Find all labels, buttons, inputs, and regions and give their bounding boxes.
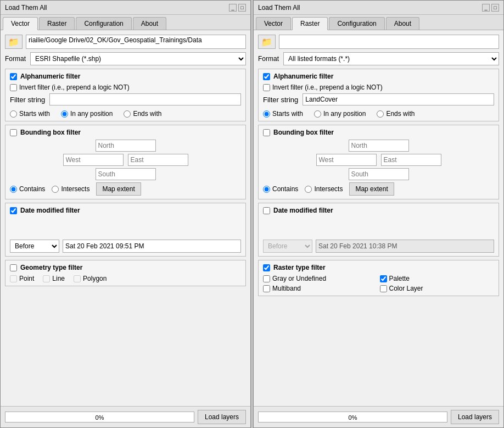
vector-invert-checkbox[interactable]	[10, 84, 17, 91]
raster-north-input[interactable]	[349, 140, 409, 152]
raster-bbox-section: Bounding box filter Contains Intersects	[258, 125, 499, 199]
vector-contains-radio[interactable]	[10, 186, 17, 193]
vector-format-select[interactable]: ESRI Shapefile (*.shp)	[30, 52, 246, 65]
raster-map-extent-button[interactable]: Map extent	[349, 182, 394, 196]
raster-folder-button[interactable]: 📁	[258, 35, 276, 49]
vector-file-path[interactable]: riailie/Google Drive/02_OK/Gov_Geospatia…	[26, 35, 246, 49]
raster-bbox-title: Bounding box filter	[273, 129, 334, 136]
raster-bbox-header: Bounding box filter	[263, 129, 494, 136]
raster-bbox-checkbox[interactable]	[263, 129, 270, 136]
vector-south-input[interactable]	[96, 168, 156, 180]
vector-point-text: Point	[19, 275, 34, 282]
raster-date-input[interactable]	[316, 240, 494, 253]
vector-position-row: Starts with In any position Ends with	[10, 110, 241, 118]
vector-tabs: Vector Raster Configuration About	[1, 15, 250, 30]
raster-content: 📁 Format All listed formats (*.*) Alphan…	[254, 30, 503, 406]
vector-geometry-checkbox[interactable]	[10, 264, 17, 271]
vector-intersects-radio[interactable]	[52, 186, 59, 193]
tab-vector[interactable]: Vector	[3, 17, 38, 30]
raster-any-position-radio[interactable]	[314, 110, 321, 118]
raster-invert-checkbox[interactable]	[263, 84, 270, 91]
vector-folder-button[interactable]: 📁	[5, 35, 23, 49]
raster-filter-string-label: Filter string	[263, 96, 298, 104]
raster-alphanumeric-checkbox[interactable]	[263, 73, 270, 80]
tab-vector-r[interactable]: Vector	[256, 17, 291, 30]
vector-ends-with-label: Ends with	[124, 110, 161, 118]
vector-line-checkbox[interactable]	[43, 275, 50, 282]
raster-date-before-select[interactable]: Before After	[263, 240, 312, 253]
vector-starts-with-radio[interactable]	[10, 110, 17, 118]
raster-title-bar: Load Them All _ □	[254, 1, 503, 15]
raster-restore-button[interactable]: □	[491, 4, 499, 12]
raster-filter-string-input[interactable]	[303, 93, 494, 105]
tab-configuration-r[interactable]: Configuration	[329, 17, 384, 30]
raster-file-path[interactable]	[279, 35, 499, 49]
tab-about-v[interactable]: About	[133, 17, 166, 30]
raster-intersects-radio[interactable]	[305, 186, 312, 193]
vector-map-extent-button[interactable]: Map extent	[96, 182, 141, 196]
raster-date-header: Date modified filter	[263, 207, 494, 214]
raster-gray-checkbox[interactable]	[263, 275, 270, 282]
vector-alphanumeric-header: Alphanumeric filter	[10, 73, 241, 80]
vector-date-input[interactable]	[63, 240, 241, 253]
tab-about-r[interactable]: About	[386, 17, 419, 30]
vector-date-checkbox[interactable]	[10, 207, 17, 214]
vector-polygon-label: Polygon	[74, 275, 107, 282]
raster-east-input[interactable]	[381, 154, 441, 166]
raster-we-row	[316, 154, 441, 166]
vector-any-position-radio[interactable]	[61, 110, 68, 118]
vector-date-title: Date modified filter	[20, 207, 80, 214]
raster-south-input[interactable]	[349, 168, 409, 180]
vector-bbox-controls: Contains Intersects Map extent	[10, 182, 241, 196]
raster-type-section: Raster type filter Gray or Undefined Pal…	[258, 260, 499, 296]
raster-load-button[interactable]: Load layers	[451, 410, 499, 424]
vector-filter-string-input[interactable]	[49, 93, 241, 105]
raster-bbox-controls: Contains Intersects Map extent	[263, 182, 494, 196]
raster-ends-with-radio[interactable]	[377, 110, 384, 118]
vector-bbox-title: Bounding box filter	[20, 129, 81, 136]
vector-any-position-label: In any position	[61, 110, 113, 118]
vector-alphanumeric-title: Alphanumeric filter	[20, 73, 80, 80]
raster-format-select[interactable]: All listed formats (*.*)	[283, 52, 499, 65]
tab-configuration-v[interactable]: Configuration	[76, 17, 131, 30]
vector-date-before-select[interactable]: Before After	[10, 240, 59, 253]
raster-bbox-inputs	[263, 140, 494, 180]
raster-west-input[interactable]	[316, 154, 377, 166]
raster-alphanumeric-section: Alphanumeric filter Invert filter (i.e.,…	[258, 69, 499, 121]
raster-date-checkbox[interactable]	[263, 207, 270, 214]
vector-restore-button[interactable]: □	[238, 4, 246, 12]
vector-file-row: 📁 riailie/Google Drive/02_OK/Gov_Geospat…	[5, 35, 246, 49]
tab-raster-v[interactable]: Raster	[39, 17, 75, 30]
vector-east-input[interactable]	[128, 154, 188, 166]
raster-progress-bar: 0%	[258, 412, 447, 423]
vector-ends-with-radio[interactable]	[124, 110, 131, 118]
raster-any-position-text: In any position	[323, 110, 366, 118]
vector-minimize-button[interactable]: _	[229, 4, 237, 12]
tab-raster[interactable]: Raster	[292, 17, 328, 30]
raster-starts-with-radio[interactable]	[263, 110, 270, 118]
vector-any-position-text: In any position	[70, 110, 113, 118]
vector-format-label: Format	[5, 55, 26, 63]
raster-date-section: Date modified filter Before After	[258, 203, 499, 257]
vector-polygon-text: Polygon	[83, 275, 107, 282]
raster-type-checkbox[interactable]	[263, 264, 270, 271]
vector-load-button[interactable]: Load layers	[198, 410, 246, 424]
vector-alphanumeric-checkbox[interactable]	[10, 73, 17, 80]
raster-color-layer-checkbox[interactable]	[380, 285, 387, 292]
raster-intersects-label: Intersects	[305, 185, 343, 193]
vector-north-input[interactable]	[96, 140, 156, 152]
vector-intersects-label: Intersects	[52, 185, 89, 193]
vector-bbox-checkbox[interactable]	[10, 129, 17, 136]
vector-polygon-checkbox[interactable]	[74, 275, 81, 282]
raster-multiband-checkbox[interactable]	[263, 285, 270, 292]
raster-intersects-text: Intersects	[314, 185, 343, 193]
vector-line-text: Line	[52, 275, 65, 282]
raster-contains-radio[interactable]	[263, 186, 270, 193]
vector-bbox-inputs	[10, 140, 241, 180]
vector-ends-with-text: Ends with	[133, 110, 161, 118]
vector-point-checkbox[interactable]	[10, 275, 17, 282]
raster-palette-checkbox[interactable]	[380, 275, 387, 282]
vector-window: Load Them All _ □ Vector Raster Configur…	[0, 0, 251, 428]
raster-minimize-button[interactable]: _	[482, 4, 490, 12]
vector-west-input[interactable]	[63, 154, 124, 166]
